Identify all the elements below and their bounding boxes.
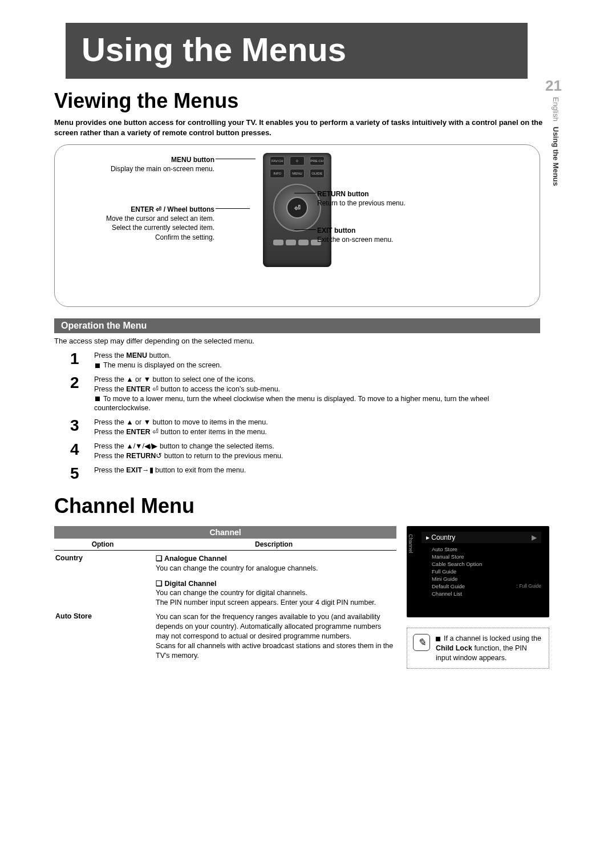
step-number: 4	[70, 442, 85, 461]
osd-side-label: Channel	[408, 534, 414, 553]
step-body: Press the MENU button.The menu is displa…	[94, 351, 540, 370]
description-cell: You can scan for the frequency ranges av…	[155, 611, 396, 661]
color-btn	[286, 240, 296, 245]
table-row: CountryAnalogue ChannelYou can change th…	[54, 551, 396, 609]
remote-wheel: ⏎	[273, 184, 321, 232]
chapter-banner: Using the Menus	[66, 23, 528, 79]
remote-diagram: FAV.CH 0 PRE-CH INFO MENU GUIDE ⏎ MENU b…	[54, 144, 540, 307]
sub-option-label: Digital Channel	[156, 579, 394, 589]
remote-btn-info: INFO	[270, 169, 285, 178]
enter-icon: ⏎	[286, 197, 308, 219]
osd-item: Full Guide	[432, 568, 545, 575]
channel-table: Channel Option Description CountryAnalog…	[54, 526, 396, 669]
step-body: Press the ▲ or ▼ button to select one of…	[94, 375, 540, 414]
color-btn	[273, 240, 283, 245]
intro-text: Menu provides one button access for cont…	[54, 118, 562, 138]
side-tab: English Using the Menus	[552, 97, 560, 186]
step: 5Press the EXIT→▮ button to exit from th…	[54, 466, 540, 482]
step-number: 1	[70, 351, 85, 370]
step-body: Press the ▲ or ▼ button to move to items…	[94, 418, 540, 437]
step: 1Press the MENU button.The menu is displ…	[54, 351, 540, 370]
remote-image: FAV.CH 0 PRE-CH INFO MENU GUIDE ⏎	[263, 153, 331, 267]
callout-exit: EXIT button Exit the on-screen menu.	[317, 226, 465, 244]
osd-item: Cable Search Option	[432, 560, 545, 568]
section-title-viewing: Viewing the Menus	[54, 89, 562, 113]
pen-icon: ✎	[413, 634, 430, 651]
side-tab-section: Using the Menus	[552, 127, 560, 186]
table-row: Auto StoreYou can scan for the frequency…	[54, 609, 396, 661]
note-box: ✎ If a channel is locked using the Child…	[407, 628, 549, 669]
remote-btn-0: 0	[290, 156, 305, 165]
option-cell: Country	[54, 553, 155, 609]
table-title: Channel	[54, 526, 396, 539]
step-body: Press the ▲/▼/◀/▶ button to change the s…	[94, 442, 540, 461]
step: 2Press the ▲ or ▼ button to select one o…	[54, 375, 540, 414]
section-title-channel: Channel Menu	[54, 494, 562, 518]
col-option: Option	[54, 539, 151, 550]
sub-option-label: Analogue Channel	[156, 554, 394, 564]
side-tab-lang: English	[552, 97, 560, 122]
operation-note: The access step may differ depending on …	[54, 337, 562, 345]
step-number: 5	[70, 466, 85, 482]
osd-item: Default Guide: Full Guide	[432, 583, 545, 590]
osd-item: Channel List	[432, 590, 545, 597]
osd-item: Mini Guide	[432, 575, 545, 583]
osd-screenshot: Channel ▸ Country ▶ Auto StoreManual Sto…	[407, 526, 549, 617]
option-cell: Auto Store	[54, 611, 155, 661]
osd-item: Manual Store	[432, 553, 545, 560]
step-number: 2	[70, 375, 85, 414]
step: 4Press the ▲/▼/◀/▶ button to change the …	[54, 442, 540, 461]
sub-option-desc: You can change the country for analogue …	[156, 564, 394, 573]
page-number: 21	[545, 77, 562, 95]
remote-btn-prech: PRE-CH	[310, 156, 325, 165]
callout-return: RETURN button Return to the previous men…	[317, 189, 465, 208]
callout-menu: MENU button Display the main on-screen m…	[66, 155, 214, 173]
step-number: 3	[70, 418, 85, 437]
remote-btn-menu: MENU	[290, 169, 305, 178]
step: 3Press the ▲ or ▼ button to move to item…	[54, 418, 540, 437]
step-body: Press the EXIT→▮ button to exit from the…	[94, 466, 540, 482]
operation-banner: Operation the Menu	[54, 318, 540, 333]
sub-option-desc: You can change the country for digital c…	[156, 588, 394, 608]
steps-list: 1Press the MENU button.The menu is displ…	[54, 351, 562, 482]
osd-item: Auto Store	[432, 545, 545, 553]
color-btn	[298, 240, 309, 245]
chevron-right-icon: ▶	[532, 533, 537, 541]
remote-btn-guide: GUIDE	[310, 169, 325, 178]
remote-btn-favch: FAV.CH	[270, 156, 285, 165]
callout-enter: ENTER ⏎ / Wheel buttons Move the cursor …	[66, 205, 214, 242]
description-cell: Analogue ChannelYou can change the count…	[155, 553, 396, 609]
col-description: Description	[151, 539, 396, 550]
osd-selected-item: ▸ Country ▶	[422, 532, 541, 543]
